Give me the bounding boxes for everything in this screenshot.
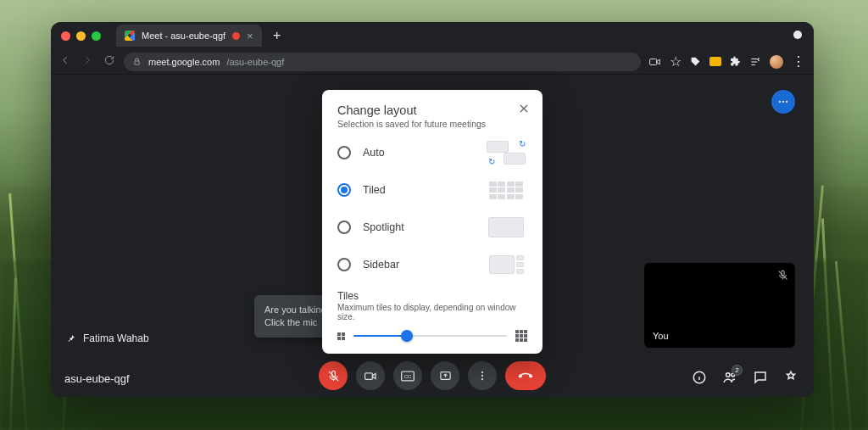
dialog-close-button[interactable] (517, 102, 531, 119)
recording-indicator-icon (232, 32, 240, 40)
meeting-code: asu-eube-qgf (64, 372, 130, 385)
browser-window: Meet - asu-eube-qgf × + meet.google.com/… (51, 22, 814, 397)
radio-spotlight[interactable] (337, 221, 351, 234)
lock-icon (132, 57, 142, 66)
svg-rect-0 (135, 61, 140, 64)
pin-icon (66, 333, 76, 343)
tiles-slider[interactable] (353, 335, 506, 337)
reading-list-icon[interactable] (749, 56, 761, 68)
forward-button[interactable] (81, 54, 93, 70)
layout-options: Auto ↻↻ Tiled Spotlight (337, 141, 527, 276)
layout-option-auto[interactable]: Auto ↻↻ (337, 141, 527, 165)
mic-muted-icon (777, 270, 788, 282)
present-screen-button[interactable] (431, 361, 459, 390)
window-controls (61, 31, 101, 41)
tiles-desc: Maximum tiles to display, depending on w… (337, 303, 527, 321)
pinned-participant: Fatima Wahab (66, 332, 149, 344)
radio-tiled[interactable] (337, 183, 351, 197)
bookmark-star-icon[interactable]: ☆ (670, 53, 682, 70)
minimize-window-button[interactable] (76, 31, 86, 41)
overflow-menu-button[interactable] (771, 90, 795, 114)
svg-text:CC: CC (404, 374, 412, 379)
thumb-sidebar-icon (485, 253, 527, 276)
change-layout-dialog: Change layout Selection is saved for fut… (322, 90, 542, 354)
svg-point-3 (782, 101, 784, 103)
svg-point-13 (726, 373, 731, 377)
svg-point-4 (786, 101, 787, 103)
browser-menu-button[interactable]: ⋮ (792, 53, 805, 70)
thumb-auto-icon: ↻↻ (485, 141, 527, 165)
label-sidebar: Sidebar (363, 259, 473, 271)
label-spotlight: Spotlight (363, 221, 473, 233)
meet-content: You Are you talking Click the mic Fatima… (51, 75, 814, 397)
camera-toggle-button[interactable] (356, 361, 385, 390)
right-panel-buttons: 2 (692, 370, 798, 388)
tiles-heading: Tiles (337, 290, 527, 302)
label-auto: Auto (363, 147, 473, 159)
meet-favicon-icon (125, 31, 135, 41)
svg-point-9 (481, 371, 483, 373)
people-count-badge: 2 (732, 365, 743, 376)
tab-title: Meet - asu-eube-qgf (142, 31, 225, 41)
thumb-spotlight-icon (485, 215, 527, 239)
layout-option-spotlight[interactable]: Spotlight (337, 215, 527, 239)
profile-avatar-icon[interactable] (770, 55, 783, 69)
dialog-title: Change layout (337, 103, 527, 117)
back-button[interactable] (59, 54, 71, 70)
captions-button[interactable]: CC (393, 361, 422, 390)
reload-button[interactable] (103, 54, 115, 70)
radio-sidebar[interactable] (337, 258, 351, 271)
people-button[interactable]: 2 (722, 370, 737, 388)
activities-button[interactable] (783, 370, 798, 388)
address-bar-row: meet.google.com/asu-eube-qgf ☆ ⋮ (51, 49, 814, 75)
svg-point-11 (481, 378, 483, 380)
tiles-max-icon (515, 330, 527, 342)
self-view-label: You (653, 331, 669, 341)
tiles-min-icon (337, 332, 345, 340)
svg-rect-1 (650, 59, 657, 64)
layout-option-tiled[interactable]: Tiled (337, 178, 527, 202)
new-tab-button[interactable]: + (269, 27, 286, 44)
account-indicator-icon[interactable] (793, 31, 802, 39)
tiles-slider-knob[interactable] (401, 330, 413, 342)
url-bar[interactable]: meet.google.com/asu-eube-qgf (124, 53, 641, 71)
extension-tag-icon[interactable] (690, 56, 701, 67)
layout-option-sidebar[interactable]: Sidebar (337, 253, 527, 276)
label-tiled: Tiled (363, 184, 473, 196)
extensions-puzzle-icon[interactable] (730, 56, 741, 67)
pinned-name: Fatima Wahab (83, 332, 149, 344)
self-view-tile[interactable]: You (644, 263, 795, 348)
browser-tab[interactable]: Meet - asu-eube-qgf × (116, 25, 262, 47)
leave-call-button[interactable] (505, 361, 546, 390)
call-controls: CC (319, 361, 546, 390)
more-options-button[interactable] (468, 361, 497, 390)
url-domain: meet.google.com (148, 57, 220, 67)
url-path: /asu-eube-qgf (226, 57, 284, 67)
svg-point-10 (481, 375, 483, 377)
thumb-tiled-icon (485, 178, 527, 202)
dialog-subtitle: Selection is saved for future meetings (337, 119, 527, 129)
tab-bar: Meet - asu-eube-qgf × + (51, 22, 814, 49)
tab-close-button[interactable]: × (247, 30, 253, 42)
extension-yellow-icon[interactable] (709, 57, 721, 66)
mic-toggle-button[interactable] (319, 361, 348, 390)
tiles-section: Tiles Maximum tiles to display, dependin… (337, 290, 527, 342)
meeting-details-button[interactable] (692, 370, 707, 388)
radio-auto[interactable] (337, 146, 351, 159)
svg-point-2 (779, 101, 781, 103)
svg-rect-5 (364, 372, 372, 379)
camera-permission-icon[interactable] (649, 57, 661, 67)
chat-button[interactable] (753, 370, 768, 388)
close-window-button[interactable] (61, 31, 70, 41)
maximize-window-button[interactable] (92, 31, 101, 41)
